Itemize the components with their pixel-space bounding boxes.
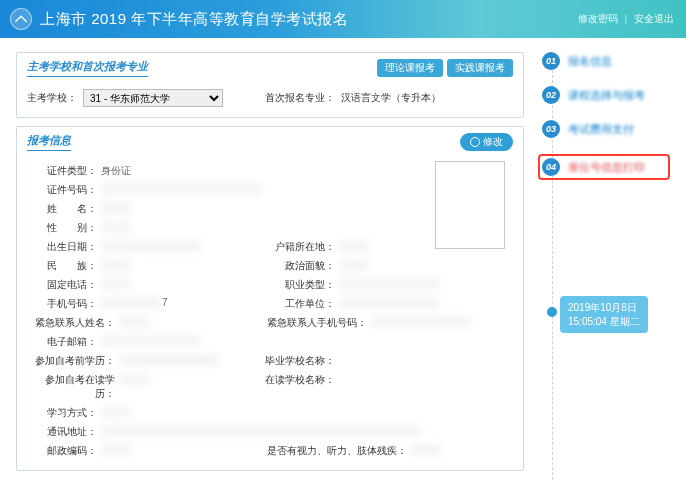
em-contact-label: 紧急联系人姓名： — [23, 316, 119, 330]
pre-edu-label: 参加自考前学历： — [23, 354, 119, 368]
school-label: 主考学校： — [27, 91, 77, 105]
timestamp-date: 2019年10月8日 — [568, 301, 640, 315]
change-password-link[interactable]: 修改密码 — [578, 13, 618, 24]
in-edu-value — [119, 373, 149, 385]
id-no-value — [101, 183, 261, 195]
mobile-label: 手机号码： — [23, 297, 101, 311]
step-num-4: 04 — [542, 158, 560, 176]
pre-edu-value — [119, 354, 219, 366]
id-type-value: 身份证 — [101, 164, 161, 176]
grad-school-label: 毕业学校名称： — [261, 354, 339, 368]
panel-title-info: 报考信息 — [27, 133, 71, 151]
id-no-label: 证件号码： — [23, 183, 101, 197]
timestamp-bubble: 2019年10月8日 15:05:04 星期二 — [560, 296, 648, 333]
school-select[interactable]: 31 - 华东师范大学 — [83, 89, 223, 107]
school-major-panel: 主考学校和首次报考专业 理论课报考 实践课报考 主考学校： 31 - 华东师范大… — [16, 52, 524, 118]
step-num-1: 01 — [542, 52, 560, 70]
zip-label: 邮政编码： — [23, 444, 101, 458]
panel-title-school: 主考学校和首次报考专业 — [27, 59, 148, 77]
em-contact-value — [119, 316, 149, 328]
app-header: 上海市 2019 年下半年高等教育自学考试报名 修改密码 | 安全退出 — [0, 0, 686, 38]
step-label-3: 考试费用支付 — [568, 122, 634, 137]
nation-label: 民 族： — [23, 259, 101, 273]
major-label: 首次报名专业： — [265, 91, 335, 105]
page-title: 上海市 2019 年下半年高等教育自学考试报名 — [40, 10, 348, 29]
step-2[interactable]: 02 课程选择与报考 — [542, 86, 670, 104]
step-num-2: 02 — [542, 86, 560, 104]
study-mode-value — [101, 406, 131, 418]
job-type-value — [339, 278, 439, 290]
logo-icon — [10, 8, 32, 30]
em-phone-value — [371, 316, 471, 328]
in-edu-label: 参加自考在读学 历： — [23, 373, 119, 401]
job-type-label: 职业类型： — [261, 278, 339, 292]
step-1[interactable]: 01 报名信息 — [542, 52, 670, 70]
politics-value — [339, 259, 369, 271]
logout-link[interactable]: 安全退出 — [634, 13, 674, 24]
photo-placeholder — [435, 161, 505, 249]
step-label-2: 课程选择与报考 — [568, 88, 645, 103]
timestamp-time: 15:05:04 星期二 — [568, 315, 640, 329]
mobile-value — [101, 297, 161, 309]
huji-value — [339, 240, 369, 252]
zip-value — [101, 444, 131, 456]
step-3[interactable]: 03 考试费用支付 — [542, 120, 670, 138]
gender-label: 性 别： — [23, 221, 101, 235]
politics-label: 政治面貌： — [261, 259, 339, 273]
steps-sidebar: 01 报名信息 02 课程选择与报考 03 考试费用支付 04 座位号信息打印 … — [524, 52, 670, 500]
theory-exam-button[interactable]: 理论课报考 — [377, 59, 443, 77]
birth-label: 出生日期： — [23, 240, 101, 254]
info-panel: 报考信息 修改 证件类型：身份证 证件号码： 姓 名： 性 别： 出生日期： 户… — [16, 126, 524, 471]
name-value — [101, 202, 131, 214]
step-4[interactable]: 04 座位号信息打印 — [538, 154, 670, 180]
work-unit-value — [339, 297, 439, 309]
practice-exam-button[interactable]: 实践课报考 — [447, 59, 513, 77]
disability-value — [411, 444, 441, 456]
nation-value — [101, 259, 131, 271]
step-label-1: 报名信息 — [568, 54, 612, 69]
header-links: 修改密码 | 安全退出 — [578, 12, 674, 26]
id-type-label: 证件类型： — [23, 164, 101, 178]
gender-value — [101, 221, 131, 233]
edit-button[interactable]: 修改 — [460, 133, 513, 151]
birth-value — [101, 240, 201, 252]
work-unit-label: 工作单位： — [261, 297, 339, 311]
addr-label: 通讯地址： — [23, 425, 101, 439]
study-mode-label: 学习方式： — [23, 406, 101, 420]
major-value: 汉语言文学（专升本） — [341, 91, 441, 105]
email-value — [101, 335, 201, 347]
disability-label: 是否有视力、听力、肢体残疾： — [261, 444, 411, 458]
huji-label: 户籍所在地： — [261, 240, 339, 254]
addr-value — [101, 425, 421, 437]
tel-label: 固定电话： — [23, 278, 101, 292]
step-label-4: 座位号信息打印 — [568, 160, 645, 175]
step-num-3: 03 — [542, 120, 560, 138]
em-phone-label: 紧急联系人手机号码： — [261, 316, 371, 330]
email-label: 电子邮箱： — [23, 335, 101, 349]
name-label: 姓 名： — [23, 202, 101, 216]
timeline-dot-icon — [547, 307, 557, 317]
in-school-label: 在读学校名称： — [261, 373, 339, 401]
tel-value — [101, 278, 131, 290]
